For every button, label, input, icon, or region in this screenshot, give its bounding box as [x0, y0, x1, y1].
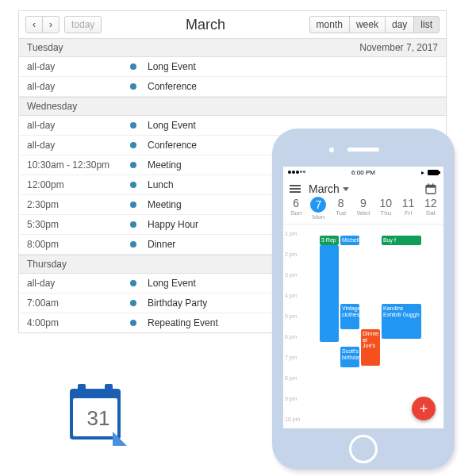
event-title: Lunch [148, 179, 174, 190]
day-of-week: Wed [352, 209, 374, 217]
calendar-icon-date: 31 [70, 406, 127, 431]
day-of-week: Tue [330, 209, 352, 217]
status-time: 6:00 PM [305, 169, 421, 176]
calendar-today-icon[interactable] [424, 182, 437, 195]
prev-button[interactable]: ‹ [25, 16, 43, 33]
chevron-down-icon [343, 187, 349, 191]
event-dot-icon [130, 83, 136, 90]
event-dot-icon [130, 241, 136, 248]
day-column[interactable]: 10Thu [374, 197, 397, 221]
add-event-fab[interactable]: + [412, 397, 436, 420]
battery-icon [428, 170, 439, 175]
event-dot-icon [130, 300, 136, 306]
day-column[interactable]: 6Sun [285, 197, 307, 221]
day-number: 6 [285, 197, 307, 209]
event-title: Repeating Event [148, 317, 218, 328]
mobile-month-dropdown[interactable]: March [309, 182, 349, 195]
time-label: 3 pm [285, 272, 298, 278]
day-column[interactable]: 8Tue [330, 197, 352, 221]
mobile-event[interactable]: Buy f [382, 236, 421, 245]
mobile-event-title: Michell [342, 237, 359, 243]
mobile-event-title: Scott's birthday [342, 348, 359, 360]
day-number: 8 [330, 197, 352, 209]
time-label: 10 pm [285, 416, 300, 422]
day-column[interactable]: 7Mon [307, 197, 329, 221]
event-title: Conference [148, 81, 197, 92]
mobile-event[interactable]: 3 Rep [320, 236, 339, 245]
time-label: 4 pm [285, 293, 298, 298]
day-number: 11 [397, 197, 419, 209]
day-header: TuesdayNovember 7, 2017 [19, 38, 446, 57]
calendar-toolbar: ‹ › today March month week day list [19, 11, 446, 38]
home-button[interactable] [349, 435, 378, 463]
day-of-week: Thu [374, 209, 397, 217]
view-week-button[interactable]: week [349, 16, 386, 33]
event-row[interactable]: all-dayConference [19, 77, 446, 97]
event-row[interactable]: all-dayLong Event [19, 57, 446, 77]
event-title: Meeting [148, 199, 182, 210]
event-title: Long Event [148, 120, 196, 131]
event-dot-icon [130, 280, 136, 286]
svg-rect-2 [428, 183, 429, 186]
view-list-button[interactable]: list [413, 16, 440, 33]
event-time: all-day [27, 278, 130, 289]
event-time: 7:00am [27, 298, 130, 309]
event-time: 2:30pm [27, 199, 130, 210]
event-time: 4:00pm [27, 317, 130, 328]
event-title: Long Event [148, 61, 196, 72]
event-title: Meeting [148, 159, 182, 171]
event-time: all-day [27, 120, 130, 131]
next-button[interactable]: › [42, 16, 60, 33]
day-name: Wednesday [27, 101, 77, 112]
svg-rect-3 [432, 183, 433, 186]
mobile-event[interactable]: Dinner at Joe's [361, 329, 380, 366]
mobile-event[interactable]: Scott's birthday [340, 347, 359, 367]
event-title: Conference [148, 140, 197, 151]
event-time: 8:00pm [27, 239, 130, 250]
hamburger-icon[interactable] [290, 185, 301, 193]
day-header: Wednesday [19, 97, 446, 116]
event-time: all-day [27, 81, 130, 92]
event-time: 12:00pm [27, 179, 130, 190]
view-month-button[interactable]: month [309, 16, 350, 33]
mobile-event[interactable]: Michell [340, 236, 359, 245]
time-label: 8 pm [285, 375, 298, 381]
event-time: 5:30pm [27, 219, 130, 230]
event-dot-icon [130, 142, 136, 148]
mobile-event[interactable] [320, 245, 339, 342]
day-number: 9 [352, 197, 374, 209]
day-name: Tuesday [27, 42, 63, 53]
event-title: Happy Hour [148, 219, 198, 230]
event-dot-icon [130, 63, 136, 70]
time-label: 7 pm [285, 355, 298, 360]
day-date: November 7, 2017 [359, 42, 438, 53]
bluetooth-icon: ▸ [421, 169, 424, 176]
phone-screen: 6:00 PM ▸ March 6Sun7Mon8Tue9Wed10Thu11F… [283, 167, 443, 428]
status-bar: 6:00 PM ▸ [283, 167, 443, 178]
mobile-day-strip: 6Sun7Mon8Tue9Wed10Thu11Fri12Sat [283, 197, 443, 225]
event-dot-icon [130, 182, 136, 188]
event-dot-icon [130, 202, 136, 208]
event-title: Dinner [148, 239, 175, 250]
day-column[interactable]: 11Fri [397, 197, 419, 221]
mobile-event[interactable]: Vintage clothes [340, 304, 359, 329]
day-of-week: Mon [307, 213, 329, 221]
event-dot-icon [130, 320, 136, 326]
day-of-week: Sun [285, 209, 307, 217]
time-label: 1 pm [285, 231, 298, 236]
view-switcher: month week day list [309, 16, 440, 33]
mobile-event[interactable]: Kandins Exhibiti Guggh [382, 304, 421, 339]
today-button[interactable]: today [64, 16, 102, 33]
mobile-event-title: Dinner at Joe's [363, 331, 379, 348]
mobile-event-title: 3 Rep [321, 237, 336, 243]
day-of-week: Fri [397, 209, 419, 217]
day-column[interactable]: 12Sat [420, 197, 442, 221]
day-number: 7 [310, 197, 326, 213]
time-label: 5 pm [285, 313, 298, 319]
event-dot-icon [130, 162, 136, 168]
svg-rect-1 [426, 185, 436, 187]
day-column[interactable]: 9Wed [352, 197, 374, 221]
view-day-button[interactable]: day [385, 16, 414, 33]
event-dot-icon [130, 221, 136, 228]
time-label: 9 pm [285, 396, 298, 401]
